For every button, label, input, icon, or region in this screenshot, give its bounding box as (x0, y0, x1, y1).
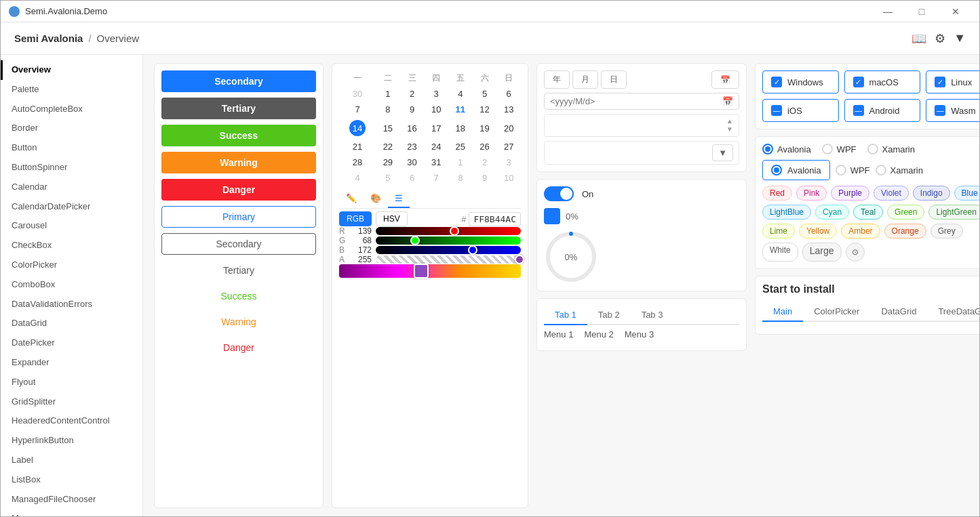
badge-blue[interactable]: Blue (954, 186, 979, 201)
sidebar-item-label[interactable]: Label (1, 451, 142, 470)
cal-cell[interactable]: 9 (473, 170, 497, 186)
tab-3[interactable]: Tab 3 (631, 306, 674, 324)
badge-cyan[interactable]: Cyan (815, 205, 849, 220)
minimize-button[interactable]: — (872, 1, 903, 22)
sidebar-item-combobox[interactable]: ComboBox (1, 275, 142, 295)
badge-circle[interactable]: ⊙ (846, 243, 865, 262)
macos-checkbox[interactable]: ✓ macOS (844, 70, 921, 94)
badge-pink[interactable]: Pink (796, 186, 827, 201)
badge-orange[interactable]: Orange (884, 224, 926, 239)
sidebar-item-overview[interactable]: Overview (1, 60, 142, 80)
r-slider[interactable] (376, 227, 521, 235)
warning-solid-button[interactable]: Warning (161, 152, 316, 173)
date-input[interactable] (550, 96, 722, 106)
cal-icon-btn[interactable]: 📅 (711, 70, 739, 89)
cal-cell[interactable]: 16 (400, 117, 425, 139)
cal-cell[interactable]: 28 (339, 154, 376, 170)
calendar-input-icon[interactable]: 📅 (722, 96, 733, 106)
badge-red[interactable]: Red (762, 186, 792, 201)
cal-cell[interactable]: 29 (376, 154, 400, 170)
cal-cell[interactable]: 27 (496, 139, 521, 154)
cal-cell[interactable]: 11 (448, 102, 473, 117)
toggle-switch[interactable] (544, 186, 574, 201)
success-text-button[interactable]: Success (161, 286, 316, 306)
g-slider[interactable] (376, 236, 521, 245)
linux-checkbox[interactable]: ✓ Linux (926, 70, 979, 94)
sidebar-item-menu[interactable]: Menu (1, 509, 142, 516)
sidebar-item-buttonspinner[interactable]: ButtonSpinner (1, 158, 142, 178)
radio-xamarin-top[interactable]: Xamarin (867, 144, 915, 154)
sidebar-item-checkbox[interactable]: CheckBox (1, 236, 142, 255)
tab-2[interactable]: Tab 2 (587, 306, 631, 324)
sidebar-item-headered[interactable]: HeaderedContentControl (1, 411, 142, 431)
tertiary-solid-button[interactable]: Tertiary (161, 98, 316, 119)
badge-lightblue[interactable]: LightBlue (762, 205, 811, 220)
badge-lightgreen[interactable]: LightGreen (928, 205, 979, 220)
tertiary-text-button[interactable]: Tertiary (161, 260, 316, 281)
list-tab[interactable]: ☰ (388, 190, 410, 208)
cal-cell[interactable]: 1 (376, 86, 400, 102)
bottom-tab-colorpicker[interactable]: ColorPicker (803, 302, 870, 320)
cal-cell[interactable]: 19 (473, 117, 497, 139)
sidebar-item-palette[interactable]: Palette (1, 80, 142, 100)
cal-cell[interactable]: 23 (400, 139, 425, 154)
cal-cell[interactable]: 3 (424, 86, 448, 102)
hsv-mode-button[interactable]: HSV (376, 211, 408, 226)
b-slider[interactable] (376, 246, 521, 254)
badge-white[interactable]: White (762, 243, 798, 262)
sidebar-item-carousel[interactable]: Carousel (1, 216, 142, 236)
cal-cell[interactable]: 30 (339, 86, 376, 102)
sidebar-item-calendar[interactable]: Calendar (1, 178, 142, 197)
cal-cell[interactable]: 10 (424, 102, 448, 117)
cal-cell[interactable]: 6 (400, 170, 425, 186)
day-nav-btn[interactable]: 日 (601, 70, 627, 89)
secondary-outline-button[interactable]: Secondary (161, 233, 316, 255)
cal-cell[interactable]: 24 (424, 139, 448, 154)
menu-item-3[interactable]: Menu 3 (625, 329, 654, 339)
cal-cell[interactable]: 30 (400, 154, 425, 170)
bottom-tab-main[interactable]: Main (762, 302, 803, 322)
sidebar-item-flyout[interactable]: Flyout (1, 373, 142, 392)
badge-amber[interactable]: Amber (841, 224, 880, 239)
sidebar-item-colorpicker[interactable]: ColorPicker (1, 255, 142, 275)
badge-large[interactable]: Large (802, 243, 842, 262)
close-button[interactable]: ✕ (940, 1, 971, 22)
cal-cell[interactable]: 12 (473, 102, 497, 117)
gradient-bar[interactable] (339, 264, 521, 278)
chevron-down-icon[interactable]: ▼ (954, 31, 966, 45)
cal-cell[interactable]: 31 (424, 154, 448, 170)
danger-text-button[interactable]: Danger (161, 337, 316, 358)
menu-item-1[interactable]: Menu 1 (544, 329, 573, 339)
sidebar-item-datagrid[interactable]: DataGrid (1, 314, 142, 333)
year-nav-btn[interactable]: 年 (544, 70, 570, 89)
cal-cell[interactable]: 5 (376, 170, 400, 186)
sidebar-item-border[interactable]: Border (1, 119, 142, 138)
hex-value[interactable]: FF8B44AC (469, 212, 521, 226)
success-solid-button[interactable]: Success (161, 125, 316, 146)
tab-1[interactable]: Tab 1 (544, 306, 587, 325)
sidebar-item-datavalidation[interactable]: DataValidationErrors (1, 295, 142, 314)
cal-cell[interactable]: 9 (400, 102, 425, 117)
sidebar-item-button[interactable]: Button (1, 138, 142, 158)
radio-xamarin-bottom[interactable]: Xamarin (876, 160, 923, 180)
bottom-tab-treedatagrid[interactable]: TreeDataGrid (927, 302, 979, 320)
badge-green[interactable]: Green (887, 205, 924, 220)
book-icon[interactable]: 📖 (912, 31, 926, 46)
cal-cell[interactable]: 1 (448, 154, 473, 170)
sidebar-item-managedfile[interactable]: ManagedFileChooser (1, 490, 142, 510)
badge-yellow[interactable]: Yellow (799, 224, 837, 239)
gradient-thumb[interactable] (414, 264, 429, 278)
sidebar-item-hyperlink[interactable]: HyperlinkButton (1, 431, 142, 451)
warning-text-button[interactable]: Warning (161, 312, 316, 332)
windows-checkbox[interactable]: ✓ Windows (762, 70, 839, 94)
secondary-solid-button[interactable]: Secondary (161, 70, 316, 92)
cal-cell-today[interactable]: 14 (339, 117, 376, 139)
badge-teal[interactable]: Teal (853, 205, 883, 220)
badge-violet[interactable]: Violet (874, 186, 909, 201)
cal-cell[interactable]: 25 (448, 139, 473, 154)
ios-checkbox[interactable]: — iOS (762, 99, 839, 122)
cal-cell[interactable]: 18 (448, 117, 473, 139)
month-nav-btn[interactable]: 月 (572, 70, 598, 89)
cal-cell[interactable]: 5 (473, 86, 497, 102)
cal-cell[interactable]: 21 (339, 139, 376, 154)
